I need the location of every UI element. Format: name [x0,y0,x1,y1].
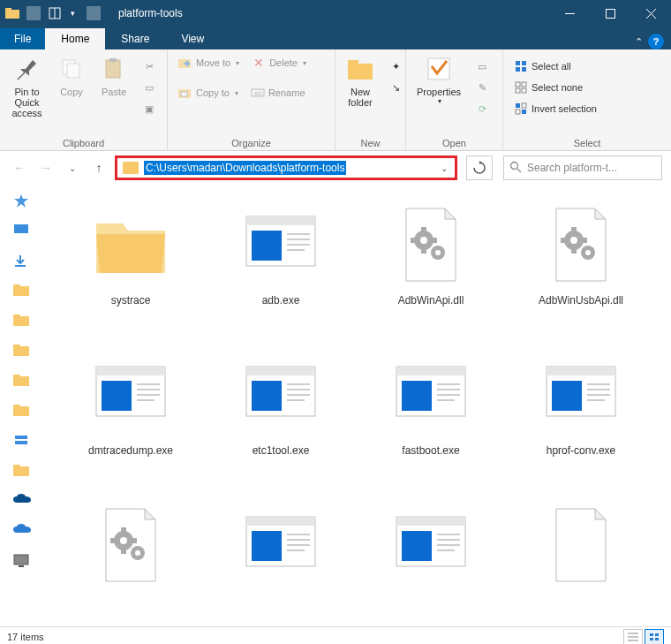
svg-rect-22 [516,67,520,72]
svg-rect-27 [522,88,526,93]
invert-selection-button[interactable]: Invert selection [509,99,602,118]
file-item[interactable]: AdbWinApi.dll [360,202,501,344]
file-item[interactable] [60,503,201,626]
maximize-button[interactable] [590,0,630,27]
svg-rect-53 [246,216,315,225]
chevron-down-icon[interactable]: ▾ [65,6,79,20]
quick-access-icon[interactable] [13,193,29,208]
minimize-button[interactable] [549,0,590,27]
tab-file[interactable]: File [0,28,45,49]
folder-icon[interactable] [13,284,29,298]
onedrive-icon[interactable] [13,524,29,538]
forward-button[interactable]: → [35,157,57,178]
folder-icon [88,202,173,287]
svg-rect-10 [106,60,120,78]
svg-rect-46 [15,436,27,439]
file-item[interactable]: adb.exe [210,202,351,344]
exe-icon [238,352,323,437]
svg-rect-11 [109,58,117,62]
svg-rect-47 [15,441,27,444]
exe-icon [88,352,173,437]
edit-button[interactable]: ✎ [470,78,494,97]
svg-rect-105 [121,527,126,533]
svg-rect-70 [571,248,577,254]
copy-path-button[interactable]: ▭ [137,78,162,97]
svg-rect-1 [5,8,11,11]
svg-rect-37 [13,284,20,288]
refresh-button[interactable] [466,155,493,180]
select-none-icon [514,80,528,95]
file-item[interactable] [210,503,351,626]
file-item[interactable]: hprof-conv.exe [510,352,652,494]
this-pc-icon[interactable] [13,434,29,448]
copy-to-button[interactable]: Copy to▾ [173,83,244,102]
desktop-icon[interactable] [13,224,29,238]
address-bar[interactable]: C:\Users\madan\Downloads\platform-tools … [115,155,457,180]
new-item-button[interactable]: ✦ [383,57,408,76]
downloads-icon[interactable] [13,254,29,268]
details-view-button[interactable] [623,629,643,645]
large-icons-view-button[interactable] [645,629,664,645]
select-all-button[interactable]: Select all [509,57,602,76]
svg-point-104 [120,537,127,544]
pin-label: Pin to Quick access [11,87,43,118]
folder-icon[interactable] [13,464,29,478]
paste-button[interactable]: Paste [94,53,133,99]
file-item[interactable] [510,503,652,626]
monitor-icon[interactable] [13,554,29,568]
file-list[interactable]: systraceadb.exeAdbWinApi.dllAdbWinUsbApi… [42,185,671,626]
tab-share[interactable]: Share [105,28,165,49]
recent-locations-button[interactable]: ⌄ [62,157,83,178]
pin-to-quick-access-button[interactable]: Pin to Quick access [5,53,49,120]
paste-label: Paste [102,87,126,97]
back-button[interactable]: ← [9,157,30,178]
help-icon[interactable]: ? [648,34,664,49]
easy-access-button[interactable]: ↘ [383,78,408,97]
rename-button[interactable]: ab Rename [245,83,311,102]
svg-point-66 [435,250,441,255]
paste-shortcut-button[interactable]: ▣ [137,99,162,118]
folder-icon[interactable] [13,404,29,418]
svg-rect-5 [606,9,614,18]
new-folder-button[interactable]: New folder [341,53,380,110]
file-name: adb.exe [262,294,300,307]
file-item[interactable]: fastboot.exe [360,352,501,494]
copy-label: Copy [60,87,83,97]
file-item[interactable]: dmtracedump.exe [60,352,201,494]
up-button[interactable]: ↑ [88,157,109,178]
invert-selection-label: Invert selection [532,103,597,114]
svg-rect-90 [396,367,465,375]
select-none-button[interactable]: Select none [509,78,602,97]
svg-rect-107 [110,538,116,543]
search-input[interactable]: Search platform-t... [503,155,662,180]
delete-button[interactable]: ✕ Delete▾ [246,53,312,72]
close-button[interactable] [630,0,671,27]
cut-button[interactable]: ✂ [137,57,162,76]
navigation-pane[interactable] [0,185,42,626]
tab-view[interactable]: View [165,28,220,49]
svg-rect-20 [516,61,520,65]
copy-button[interactable]: Copy [52,53,91,99]
svg-point-110 [135,550,140,556]
open-button[interactable]: ▭ [470,57,494,76]
address-dropdown-icon[interactable]: ⌄ [435,163,453,173]
move-to-button[interactable]: Move to▾ [173,53,245,72]
file-item[interactable]: AdbWinUsbApi.dll [510,202,652,344]
properties-icon[interactable] [48,6,62,20]
dll-icon [88,503,173,587]
properties-button[interactable]: Properties▾ [411,53,466,107]
history-button[interactable]: ⟳ [470,99,494,118]
onedrive-icon[interactable] [13,494,29,508]
address-path[interactable]: C:\Users\madan\Downloads\platform-tools [142,160,435,176]
group-label-organize: Organize [173,136,329,150]
file-item[interactable] [360,503,501,626]
group-label-select: Select [509,136,666,150]
folder-icon[interactable] [13,344,29,358]
scissors-icon: ✂ [142,59,156,73]
folder-icon[interactable] [13,314,29,328]
folder-icon[interactable] [13,374,29,388]
collapse-ribbon-icon[interactable]: ⌃ [635,36,643,48]
file-item[interactable]: systrace [60,202,201,344]
file-item[interactable]: etc1tool.exe [210,352,351,494]
tab-home[interactable]: Home [45,28,105,49]
